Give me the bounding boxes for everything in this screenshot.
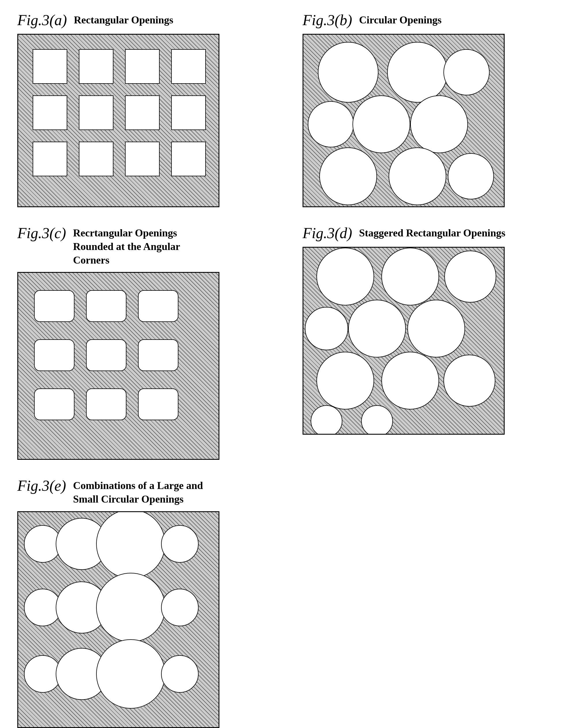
opening-mixed-circle bbox=[161, 589, 199, 626]
opening-rect bbox=[171, 49, 206, 84]
fig-b-diagram bbox=[303, 34, 505, 207]
fig-c-title-line1: Recrtangular Openings bbox=[73, 226, 180, 240]
opening-staggered-circle bbox=[444, 251, 496, 303]
opening-staggered-circle bbox=[407, 300, 465, 358]
fig-d-label: Fig.3(d) bbox=[303, 225, 352, 242]
figure-d-header: Fig.3(d) Staggered Rectangular Openings bbox=[303, 225, 565, 242]
opening-rounded-rect bbox=[86, 339, 127, 371]
opening-rounded-rect bbox=[138, 339, 178, 371]
page-layout: Fig.3(a) Rectangular Openings Fig.3(b) C… bbox=[17, 11, 565, 728]
figure-c-header: Fig.3(c) Recrtangular Openings Rounded a… bbox=[17, 225, 279, 267]
opening-staggered-circle bbox=[316, 248, 374, 306]
opening-rounded-rect bbox=[86, 290, 127, 322]
opening-rect bbox=[125, 141, 160, 176]
fig-c-label: Fig.3(c) bbox=[17, 225, 66, 242]
opening-circle bbox=[308, 101, 354, 148]
opening-mixed-circle bbox=[161, 525, 199, 563]
opening-staggered-circle bbox=[361, 405, 393, 435]
opening-staggered-circle bbox=[311, 405, 342, 435]
opening-rounded-rect bbox=[34, 388, 75, 420]
opening-mixed-circle bbox=[96, 511, 165, 579]
opening-rounded-rect bbox=[86, 388, 127, 420]
opening-rounded-rect bbox=[138, 290, 178, 322]
figure-a-header: Fig.3(a) Rectangular Openings bbox=[17, 11, 279, 29]
figure-b: Fig.3(b) Circular Openings bbox=[303, 11, 565, 207]
opening-circle bbox=[353, 95, 410, 153]
opening-rect bbox=[79, 95, 113, 130]
opening-rect bbox=[33, 95, 67, 130]
figure-c: Fig.3(c) Recrtangular Openings Rounded a… bbox=[17, 225, 279, 460]
fig-b-label: Fig.3(b) bbox=[303, 11, 352, 29]
opening-circle bbox=[443, 49, 490, 95]
opening-circle bbox=[448, 153, 494, 200]
opening-rounded-rect bbox=[34, 290, 75, 322]
fig-c-title-line2: Rounded at the Angular bbox=[73, 240, 180, 254]
opening-circle bbox=[389, 148, 446, 205]
opening-rect bbox=[79, 49, 113, 84]
opening-staggered-circle bbox=[381, 352, 439, 410]
fig-a-diagram bbox=[17, 34, 219, 207]
opening-rect bbox=[125, 95, 160, 130]
figure-e-header: Fig.3(e) Combinations of a Large and Sma… bbox=[17, 477, 279, 506]
figure-a: Fig.3(a) Rectangular Openings bbox=[17, 11, 279, 207]
opening-staggered-circle bbox=[381, 248, 439, 306]
opening-rect bbox=[171, 95, 206, 130]
fig-e-title-line1: Combinations of a Large and bbox=[73, 479, 203, 492]
fig-e-title: Combinations of a Large and Small Circul… bbox=[73, 477, 203, 506]
opening-mixed-circle bbox=[96, 573, 165, 642]
opening-staggered-circle bbox=[443, 355, 495, 407]
opening-staggered-circle bbox=[348, 300, 406, 358]
opening-mixed-circle bbox=[161, 655, 199, 693]
figure-b-header: Fig.3(b) Circular Openings bbox=[303, 11, 565, 29]
opening-rect bbox=[33, 49, 67, 84]
opening-staggered-circle bbox=[316, 352, 374, 410]
fig-c-title: Recrtangular Openings Rounded at the Ang… bbox=[73, 225, 180, 267]
figure-e: Fig.3(e) Combinations of a Large and Sma… bbox=[17, 477, 279, 728]
opening-circle bbox=[319, 148, 377, 205]
fig-e-title-line2: Small Circular Openings bbox=[73, 492, 203, 506]
opening-rect bbox=[33, 141, 67, 176]
opening-rect bbox=[79, 141, 113, 176]
fig-c-title-line3: Corners bbox=[73, 254, 180, 267]
fig-b-title: Circular Openings bbox=[359, 11, 442, 27]
opening-circle bbox=[318, 42, 379, 103]
fig-d-title: Staggered Rectangular Openings bbox=[359, 225, 505, 240]
fig-d-diagram bbox=[303, 247, 505, 435]
fig-e-label: Fig.3(e) bbox=[17, 477, 66, 494]
opening-circle bbox=[410, 95, 468, 153]
opening-rect bbox=[125, 49, 160, 84]
opening-rounded-rect bbox=[138, 388, 178, 420]
opening-circle bbox=[387, 42, 448, 103]
figure-d: Fig.3(d) Staggered Rectangular Openings bbox=[303, 225, 565, 460]
opening-rounded-rect bbox=[34, 339, 75, 371]
fig-a-title: Rectangular Openings bbox=[74, 11, 173, 27]
opening-staggered-circle bbox=[305, 307, 348, 350]
fig-c-diagram bbox=[17, 272, 219, 460]
fig-a-label: Fig.3(a) bbox=[17, 11, 67, 29]
opening-rect bbox=[171, 141, 206, 176]
opening-mixed-circle bbox=[96, 639, 165, 709]
fig-e-diagram bbox=[17, 511, 219, 728]
